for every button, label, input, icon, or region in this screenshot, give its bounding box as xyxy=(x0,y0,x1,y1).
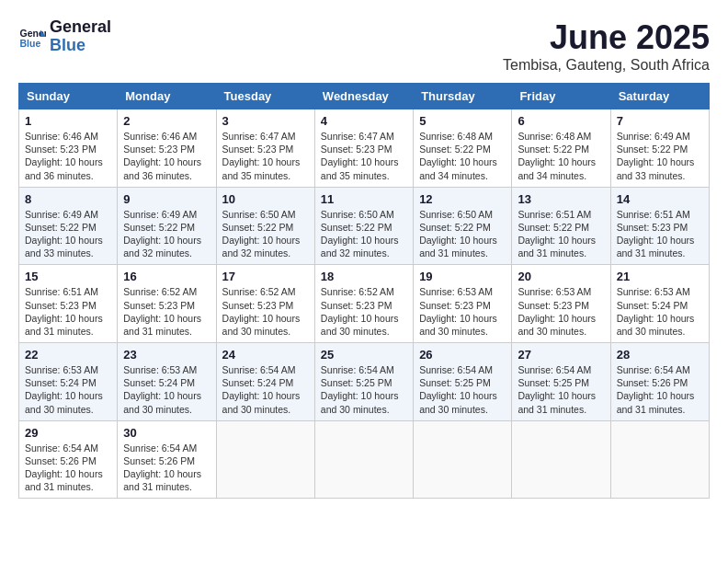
calendar-row: 8 Sunrise: 6:49 AM Sunset: 5:22 PM Dayli… xyxy=(19,187,710,265)
day-info: Sunrise: 6:53 AM Sunset: 5:24 PM Dayligh… xyxy=(617,285,703,338)
table-cell: 1 Sunrise: 6:46 AM Sunset: 5:23 PM Dayli… xyxy=(19,109,118,188)
logo: General Blue General Blue xyxy=(18,18,111,55)
table-cell: 14 Sunrise: 6:51 AM Sunset: 5:23 PM Dayl… xyxy=(610,187,709,265)
day-info: Sunrise: 6:54 AM Sunset: 5:25 PM Dayligh… xyxy=(321,363,407,416)
day-number: 17 xyxy=(222,270,309,283)
day-number: 12 xyxy=(419,192,506,206)
day-info: Sunrise: 6:48 AM Sunset: 5:22 PM Dayligh… xyxy=(419,130,506,182)
table-cell: 15 Sunrise: 6:51 AM Sunset: 5:23 PM Dayl… xyxy=(19,265,118,343)
day-info: Sunrise: 6:49 AM Sunset: 5:22 PM Dayligh… xyxy=(25,208,111,260)
table-cell: 25 Sunrise: 6:54 AM Sunset: 5:25 PM Dayl… xyxy=(314,343,413,421)
day-info: Sunrise: 6:50 AM Sunset: 5:22 PM Dayligh… xyxy=(419,208,506,260)
calendar-row: 29 Sunrise: 6:54 AM Sunset: 5:26 PM Dayl… xyxy=(19,420,710,499)
day-number: 26 xyxy=(419,348,506,362)
table-cell: 28 Sunrise: 6:54 AM Sunset: 5:26 PM Dayl… xyxy=(610,343,709,421)
day-number: 13 xyxy=(518,192,604,206)
table-cell: 30 Sunrise: 6:54 AM Sunset: 5:26 PM Dayl… xyxy=(118,420,216,499)
table-cell xyxy=(314,420,413,499)
col-friday: Friday xyxy=(512,84,610,109)
day-number: 8 xyxy=(25,192,111,206)
day-number: 28 xyxy=(617,348,703,362)
day-number: 18 xyxy=(321,270,407,283)
table-cell: 6 Sunrise: 6:48 AM Sunset: 5:22 PM Dayli… xyxy=(512,109,610,188)
table-cell: 23 Sunrise: 6:53 AM Sunset: 5:24 PM Dayl… xyxy=(118,343,216,421)
table-cell: 9 Sunrise: 6:49 AM Sunset: 5:22 PM Dayli… xyxy=(118,187,216,265)
day-number: 5 xyxy=(419,114,506,128)
page-header: General Blue General Blue June 2025 Temb… xyxy=(18,18,710,74)
day-number: 7 xyxy=(617,114,703,128)
day-info: Sunrise: 6:52 AM Sunset: 5:23 PM Dayligh… xyxy=(222,285,309,338)
day-info: Sunrise: 6:47 AM Sunset: 5:23 PM Dayligh… xyxy=(222,130,309,182)
day-number: 21 xyxy=(617,270,703,283)
col-tuesday: Tuesday xyxy=(216,84,314,109)
day-number: 25 xyxy=(321,348,407,362)
day-number: 2 xyxy=(123,114,210,128)
table-cell: 5 Sunrise: 6:48 AM Sunset: 5:22 PM Dayli… xyxy=(414,109,512,188)
day-info: Sunrise: 6:54 AM Sunset: 5:26 PM Dayligh… xyxy=(123,442,210,494)
day-info: Sunrise: 6:52 AM Sunset: 5:23 PM Dayligh… xyxy=(321,285,407,338)
logo-icon: General Blue xyxy=(18,23,46,51)
table-cell: 22 Sunrise: 6:53 AM Sunset: 5:24 PM Dayl… xyxy=(19,343,118,421)
day-info: Sunrise: 6:47 AM Sunset: 5:23 PM Dayligh… xyxy=(321,130,407,182)
table-cell: 20 Sunrise: 6:53 AM Sunset: 5:23 PM Dayl… xyxy=(512,265,610,343)
table-cell: 19 Sunrise: 6:53 AM Sunset: 5:23 PM Dayl… xyxy=(414,265,512,343)
day-info: Sunrise: 6:49 AM Sunset: 5:22 PM Dayligh… xyxy=(617,130,703,182)
col-saturday: Saturday xyxy=(610,84,709,109)
day-info: Sunrise: 6:46 AM Sunset: 5:23 PM Dayligh… xyxy=(25,130,111,182)
day-info: Sunrise: 6:54 AM Sunset: 5:24 PM Dayligh… xyxy=(222,363,309,416)
table-cell: 18 Sunrise: 6:52 AM Sunset: 5:23 PM Dayl… xyxy=(314,265,413,343)
day-info: Sunrise: 6:53 AM Sunset: 5:23 PM Dayligh… xyxy=(419,285,506,338)
location-title: Tembisa, Gauteng, South Africa xyxy=(503,57,710,74)
col-thursday: Thursday xyxy=(414,84,512,109)
col-monday: Monday xyxy=(118,84,216,109)
table-cell: 17 Sunrise: 6:52 AM Sunset: 5:23 PM Dayl… xyxy=(216,265,314,343)
day-info: Sunrise: 6:52 AM Sunset: 5:23 PM Dayligh… xyxy=(123,285,210,338)
day-info: Sunrise: 6:54 AM Sunset: 5:26 PM Dayligh… xyxy=(25,442,111,494)
day-info: Sunrise: 6:53 AM Sunset: 5:24 PM Dayligh… xyxy=(25,363,111,416)
day-number: 1 xyxy=(25,114,111,128)
table-cell: 4 Sunrise: 6:47 AM Sunset: 5:23 PM Dayli… xyxy=(314,109,413,188)
day-info: Sunrise: 6:49 AM Sunset: 5:22 PM Dayligh… xyxy=(123,208,210,260)
calendar-row: 1 Sunrise: 6:46 AM Sunset: 5:23 PM Dayli… xyxy=(19,109,710,188)
day-info: Sunrise: 6:50 AM Sunset: 5:22 PM Dayligh… xyxy=(321,208,407,260)
table-cell: 16 Sunrise: 6:52 AM Sunset: 5:23 PM Dayl… xyxy=(118,265,216,343)
table-cell: 24 Sunrise: 6:54 AM Sunset: 5:24 PM Dayl… xyxy=(216,343,314,421)
day-number: 10 xyxy=(222,192,309,206)
table-cell: 7 Sunrise: 6:49 AM Sunset: 5:22 PM Dayli… xyxy=(610,109,709,188)
table-cell: 13 Sunrise: 6:51 AM Sunset: 5:22 PM Dayl… xyxy=(512,187,610,265)
day-number: 4 xyxy=(321,114,407,128)
table-cell: 10 Sunrise: 6:50 AM Sunset: 5:22 PM Dayl… xyxy=(216,187,314,265)
day-number: 24 xyxy=(222,348,309,362)
day-info: Sunrise: 6:54 AM Sunset: 5:25 PM Dayligh… xyxy=(419,363,506,416)
table-cell xyxy=(216,420,314,499)
table-cell: 27 Sunrise: 6:54 AM Sunset: 5:25 PM Dayl… xyxy=(512,343,610,421)
day-info: Sunrise: 6:50 AM Sunset: 5:22 PM Dayligh… xyxy=(222,208,309,260)
day-number: 3 xyxy=(222,114,309,128)
calendar-row: 15 Sunrise: 6:51 AM Sunset: 5:23 PM Dayl… xyxy=(19,265,710,343)
calendar-header-row: Sunday Monday Tuesday Wednesday Thursday… xyxy=(19,84,710,109)
day-number: 29 xyxy=(25,426,111,440)
day-number: 27 xyxy=(518,348,604,362)
logo-line1: General xyxy=(50,18,111,37)
day-info: Sunrise: 6:51 AM Sunset: 5:23 PM Dayligh… xyxy=(25,285,111,338)
day-number: 16 xyxy=(123,270,210,283)
svg-text:Blue: Blue xyxy=(20,37,41,48)
day-number: 20 xyxy=(518,270,604,283)
day-number: 19 xyxy=(419,270,506,283)
day-number: 14 xyxy=(617,192,703,206)
day-info: Sunrise: 6:48 AM Sunset: 5:22 PM Dayligh… xyxy=(518,130,604,182)
table-cell xyxy=(512,420,610,499)
calendar-table: Sunday Monday Tuesday Wednesday Thursday… xyxy=(18,83,710,499)
day-info: Sunrise: 6:53 AM Sunset: 5:23 PM Dayligh… xyxy=(518,285,604,338)
table-cell: 8 Sunrise: 6:49 AM Sunset: 5:22 PM Dayli… xyxy=(19,187,118,265)
table-cell: 3 Sunrise: 6:47 AM Sunset: 5:23 PM Dayli… xyxy=(216,109,314,188)
day-info: Sunrise: 6:51 AM Sunset: 5:22 PM Dayligh… xyxy=(518,208,604,260)
table-cell: 2 Sunrise: 6:46 AM Sunset: 5:23 PM Dayli… xyxy=(118,109,216,188)
day-info: Sunrise: 6:51 AM Sunset: 5:23 PM Dayligh… xyxy=(617,208,703,260)
logo-line2: Blue xyxy=(50,37,111,55)
table-cell xyxy=(610,420,709,499)
col-sunday: Sunday xyxy=(19,84,118,109)
title-block: June 2025 Tembisa, Gauteng, South Africa xyxy=(503,18,710,74)
col-wednesday: Wednesday xyxy=(314,84,413,109)
table-cell: 29 Sunrise: 6:54 AM Sunset: 5:26 PM Dayl… xyxy=(19,420,118,499)
